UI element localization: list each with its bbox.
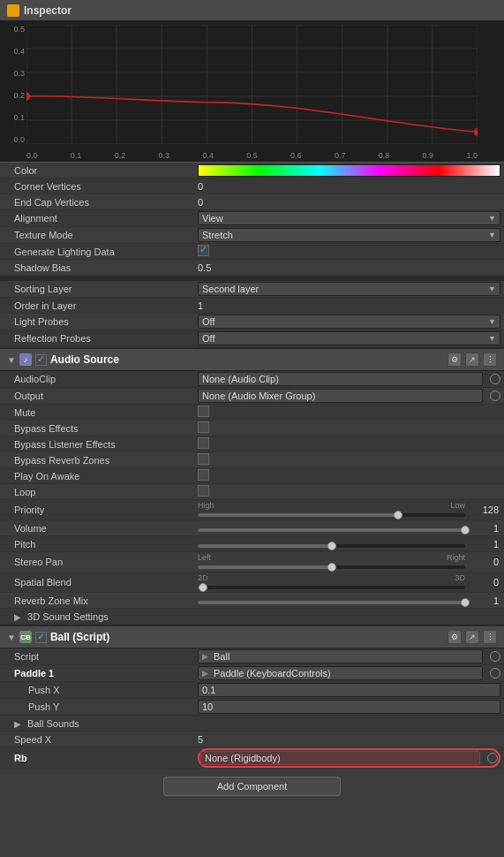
sorting-layer-row: Sorting Layer Second layer ▼	[0, 281, 504, 298]
texture-mode-dropdown[interactable]: Stretch ▼	[198, 228, 500, 242]
loop-checkbox[interactable]	[198, 485, 209, 497]
output-ref[interactable]: None (Audio Mixer Group)	[198, 389, 483, 403]
rb-ref[interactable]: None (Rigidbody)	[200, 751, 480, 765]
reflection-probes-dropdown[interactable]: Off ▼	[198, 331, 500, 345]
alignment-value[interactable]: View ▼	[194, 211, 504, 225]
spatial-2d-label: 2D	[198, 573, 208, 582]
bypass-reverb-checkbox[interactable]	[198, 453, 209, 465]
paddle1-ref[interactable]: ▶ Paddle (KeyboardControls)	[198, 666, 483, 680]
push-x-value[interactable]: 0.1	[194, 683, 504, 697]
push-y-input[interactable]: 10	[198, 700, 500, 714]
pitch-slider-track[interactable]	[198, 544, 465, 548]
reverb-mix-slider-thumb	[461, 598, 470, 607]
stereo-pan-labels: Left Right	[198, 553, 465, 562]
fold-arrow-icon[interactable]: ▶	[14, 612, 21, 622]
ball-script-settings-icon[interactable]: ⚙	[448, 630, 462, 644]
audio-source-title: Audio Source	[50, 353, 448, 366]
spatial-blend-labels: 2D 3D	[198, 573, 465, 582]
play-on-awake-checkbox[interactable]	[198, 469, 209, 481]
push-x-label: Push X	[0, 685, 194, 695]
pitch-value[interactable]: 1	[469, 539, 504, 550]
inspector-panel: Inspector 0.5 0.4 0.3 0.2 0.1 0.0	[0, 0, 504, 803]
stereo-pan-label: Stereo Pan	[0, 557, 194, 567]
spatial-blend-row: Spatial Blend 2D 3D 0	[0, 573, 504, 593]
output-row: Output None (Audio Mixer Group)	[0, 388, 504, 405]
light-probes-dropdown[interactable]: Off ▼	[198, 315, 500, 329]
priority-value[interactable]: 128	[469, 504, 504, 515]
priority-high-label: High	[198, 501, 214, 510]
ball-script-enabled-checkbox[interactable]	[35, 632, 47, 643]
play-on-awake-value	[194, 469, 504, 482]
audio-source-settings-icon[interactable]: ⚙	[448, 353, 462, 367]
sorting-layer-value[interactable]: Second layer ▼	[194, 282, 504, 296]
stereo-pan-slider-track[interactable]	[198, 565, 465, 569]
bypass-listener-checkbox[interactable]	[198, 437, 209, 449]
mute-checkbox[interactable]	[198, 406, 209, 417]
order-in-layer-value[interactable]: 1	[194, 300, 504, 311]
add-component-section: Add Component	[0, 770, 504, 803]
light-probes-value[interactable]: Off ▼	[194, 315, 504, 329]
script-pick-icon[interactable]	[490, 651, 500, 662]
spatial-blend-slider-track[interactable]	[198, 586, 465, 589]
rb-pick-icon[interactable]	[487, 753, 498, 763]
audioclip-pick-icon[interactable]	[490, 374, 500, 384]
ball-script-buttons: ⚙ ↗ ⋮	[448, 630, 497, 644]
color-bar[interactable]	[198, 164, 500, 177]
texture-mode-row: Texture Mode Stretch ▼	[0, 227, 504, 244]
rb-label: Rb	[0, 753, 194, 763]
spatial-blend-value[interactable]: 0	[469, 577, 504, 588]
corner-vertices-label: Corner Vertices	[0, 181, 194, 192]
chevron-down-icon: ▼	[488, 231, 496, 239]
curve-chart[interactable]: 0.5 0.4 0.3 0.2 0.1 0.0	[0, 21, 504, 163]
push-y-value[interactable]: 10	[194, 700, 504, 714]
alignment-dropdown[interactable]: View ▼	[198, 211, 500, 225]
priority-slider-track[interactable]	[198, 513, 465, 517]
volume-label: Volume	[0, 523, 194, 534]
fold-arrow-icon[interactable]: ▼	[7, 633, 16, 642]
paddle1-pick-icon[interactable]	[490, 668, 500, 679]
mute-value	[194, 406, 504, 419]
paddle1-value: ▶ Paddle (KeyboardControls)	[194, 666, 504, 680]
color-value[interactable]	[194, 164, 504, 177]
stereo-left-label: Left	[198, 553, 211, 562]
audio-source-menu-icon[interactable]: ⋮	[483, 353, 497, 367]
output-pick-icon[interactable]	[490, 391, 500, 401]
push-x-input[interactable]: 0.1	[198, 683, 500, 697]
volume-value[interactable]: 1	[469, 523, 504, 534]
rb-value: None (Rigidbody)	[194, 748, 504, 768]
light-probes-label: Light Probes	[0, 316, 194, 327]
generate-lighting-value	[194, 245, 504, 258]
fold-arrow-icon[interactable]: ▶	[14, 719, 21, 729]
texture-mode-value[interactable]: Stretch ▼	[194, 228, 504, 242]
ball-script-expand-icon[interactable]: ↗	[465, 630, 479, 644]
script-label: Script	[0, 651, 194, 662]
audioclip-label: AudioClip	[0, 374, 194, 384]
audio-source-expand-icon[interactable]: ↗	[465, 353, 479, 367]
mute-row: Mute	[0, 405, 504, 421]
bypass-reverb-label: Bypass Reverb Zones	[0, 455, 194, 466]
audioclip-ref[interactable]: None (Audio Clip)	[198, 372, 483, 386]
audio-source-enabled-checkbox[interactable]	[35, 354, 47, 366]
ball-script-header: ▼ CB Ball (Script) ⚙ ↗ ⋮	[0, 625, 504, 648]
spatial-blend-label: Spatial Blend	[0, 577, 194, 588]
sorting-layer-dropdown[interactable]: Second layer ▼	[198, 282, 500, 296]
shadow-bias-value[interactable]: 0.5	[194, 262, 504, 273]
reverb-mix-slider-track[interactable]	[198, 601, 465, 604]
end-cap-vertices-value[interactable]: 0	[194, 197, 504, 208]
reflection-probes-value[interactable]: Off ▼	[194, 331, 504, 345]
add-component-button[interactable]: Add Component	[163, 777, 342, 796]
stereo-pan-slider-fill	[198, 565, 332, 569]
generate-lighting-checkbox[interactable]	[198, 245, 209, 256]
priority-label: Priority	[0, 504, 194, 515]
push-x-row: Push X 0.1	[0, 682, 504, 699]
fold-arrow-icon[interactable]: ▼	[7, 355, 16, 365]
stereo-pan-value[interactable]: 0	[469, 557, 504, 567]
volume-slider-track[interactable]	[198, 528, 465, 532]
corner-vertices-value[interactable]: 0	[194, 181, 504, 192]
bypass-effects-checkbox[interactable]	[198, 421, 209, 433]
script-ref[interactable]: ▶ Ball	[198, 649, 483, 664]
ball-script-menu-icon[interactable]: ⋮	[483, 630, 497, 644]
speed-x-value[interactable]: 5	[194, 734, 504, 745]
pitch-row: Pitch 1	[0, 536, 504, 552]
reverb-mix-value[interactable]: 1	[469, 595, 504, 606]
